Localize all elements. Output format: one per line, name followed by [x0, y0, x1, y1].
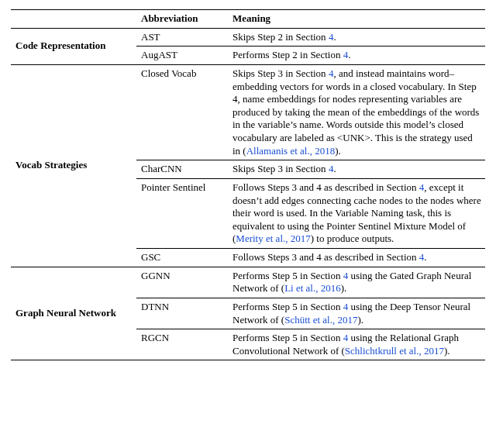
meaning-cell: Follows Steps 3 and 4 as described in Se… [228, 249, 485, 267]
abbrev-cell: RGCN [136, 329, 228, 360]
table-row: Graph Neural NetworkGGNNPerforms Step 5 … [11, 267, 485, 298]
abbrev-cell: GSC [136, 249, 228, 267]
meaning-cell: Performs Step 5 in Section 4 using the R… [228, 329, 485, 360]
abbrev-cell: DTNN [136, 298, 228, 329]
header-blank [11, 10, 136, 29]
definitions-table: Abbreviation Meaning Code Representation… [11, 9, 485, 360]
citation-link[interactable]: 4 [343, 332, 349, 343]
abbrev-cell: AST [136, 28, 228, 47]
citation-link[interactable]: 4 [329, 163, 334, 174]
citation-link[interactable]: 4 [329, 67, 334, 79]
citation-link[interactable]: 4 [419, 181, 425, 193]
abbrev-cell: GGNN [136, 267, 228, 298]
citation-link[interactable]: 4 [343, 270, 349, 281]
citation-link[interactable]: 4 [329, 31, 334, 43]
category-cell: Vocab Strategies [11, 64, 136, 267]
token-unk: <UNK> [337, 132, 370, 143]
citation-link[interactable]: Li et al., 2016 [284, 282, 341, 294]
meaning-cell: Skips Step 2 in Section 4. [228, 28, 485, 47]
citation-link[interactable]: Schlichtkrull et al., 2017 [345, 345, 444, 357]
meaning-cell: Performs Step 5 in Section 4 using the D… [228, 298, 485, 329]
abbrev-cell: CharCNN [136, 160, 228, 179]
category-cell: Code Representation [11, 28, 136, 64]
citation-link[interactable]: Merity et al., 2017 [236, 233, 310, 244]
citation-link[interactable]: 4 [343, 301, 349, 312]
header-abbrev: Abbreviation [136, 10, 228, 29]
meaning-cell: Performs Step 5 in Section 4 using the G… [228, 267, 485, 298]
citation-link[interactable]: 4 [343, 49, 349, 60]
meaning-cell: Skips Step 3 in Section 4, and instead m… [228, 64, 485, 160]
table-row: Vocab StrategiesClosed VocabSkips Step 3… [11, 64, 485, 160]
header-meaning: Meaning [228, 10, 485, 29]
meaning-cell: Performs Step 2 in Section 4. [228, 47, 485, 65]
meaning-cell: Follows Steps 3 and 4 as described in Se… [228, 178, 485, 248]
abbrev-cell: Closed Vocab [136, 64, 228, 160]
category-cell: Graph Neural Network [11, 267, 136, 360]
table-row: Code RepresentationASTSkips Step 2 in Se… [11, 28, 485, 47]
abbrev-cell: AugAST [136, 47, 228, 65]
citation-link[interactable]: 4 [419, 251, 425, 263]
citation-link[interactable]: Allamanis et al., 2018 [246, 145, 335, 157]
citation-link[interactable]: Schütt et al., 2017 [284, 314, 357, 326]
abbrev-cell: Pointer Sentinel [136, 178, 228, 248]
meaning-cell: Skips Step 3 in Section 4. [228, 160, 485, 179]
